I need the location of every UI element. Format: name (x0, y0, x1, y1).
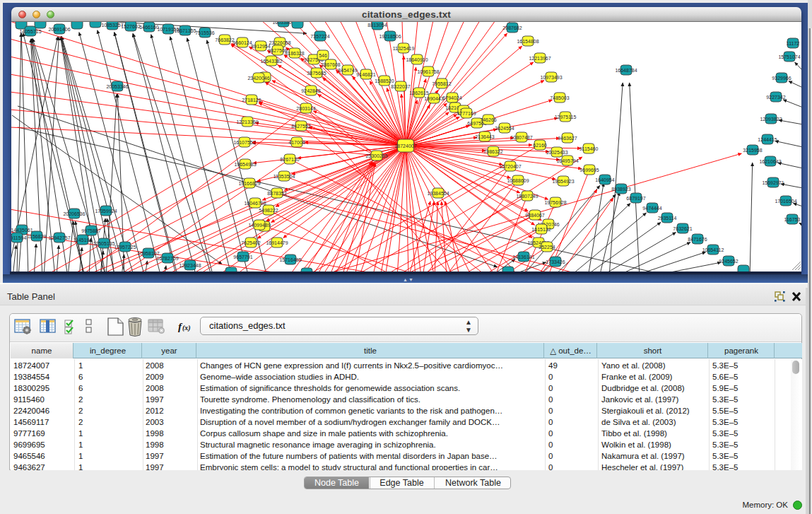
svg-text:16914479: 16914479 (266, 240, 288, 245)
svg-text:12942757: 12942757 (48, 235, 70, 240)
svg-text:8427552: 8427552 (291, 124, 310, 129)
svg-text:20206536: 20206536 (63, 211, 85, 216)
svg-text:16543382: 16543382 (260, 59, 282, 64)
svg-text:2935114: 2935114 (658, 216, 677, 221)
svg-text:8267130: 8267130 (280, 157, 299, 162)
svg-text:9777169: 9777169 (457, 111, 476, 116)
svg-text:5498222: 5498222 (259, 208, 278, 213)
svg-text:7625402: 7625402 (241, 240, 260, 245)
svg-text:1527602: 1527602 (121, 24, 140, 29)
svg-text:6466160: 6466160 (139, 25, 158, 30)
svg-text:12213967: 12213967 (529, 56, 551, 61)
svg-text:12975115: 12975115 (555, 115, 577, 119)
svg-text:7357224: 7357224 (310, 34, 329, 39)
svg-text:17016504: 17016504 (775, 199, 796, 204)
svg-text:9975887: 9975887 (81, 228, 100, 233)
svg-text:9146821: 9146821 (356, 72, 375, 77)
svg-text:11172: 11172 (787, 41, 800, 46)
svg-text:19654983: 19654983 (234, 162, 256, 167)
svg-text:8454749: 8454749 (338, 68, 357, 73)
svg-text:1588520: 1588520 (375, 78, 394, 83)
svg-text:12213369: 12213369 (236, 119, 258, 124)
svg-text:16782759: 16782759 (156, 256, 178, 261)
svg-text:9245652: 9245652 (719, 259, 738, 264)
svg-text:11325419: 11325419 (393, 46, 415, 51)
svg-text:3875685: 3875685 (307, 71, 326, 76)
svg-text:10853257: 10853257 (101, 23, 123, 28)
svg-text:9115460: 9115460 (579, 146, 599, 151)
svg-text:9242848: 9242848 (301, 88, 320, 93)
svg-text:10961758: 10961758 (417, 69, 439, 74)
svg-text:10807487: 10807487 (510, 135, 532, 140)
svg-text:9884067: 9884067 (525, 213, 544, 218)
svg-text:3624554: 3624554 (495, 126, 514, 131)
svg-text:14136141: 14136141 (512, 255, 534, 259)
svg-text:20053346: 20053346 (106, 84, 128, 89)
svg-text:3911594: 3911594 (11, 235, 26, 240)
svg-text:8813054: 8813054 (367, 23, 387, 28)
svg-text:1615132: 1615132 (531, 227, 551, 232)
svg-text:16107552: 16107552 (233, 140, 255, 145)
svg-text:15751074: 15751074 (778, 54, 800, 59)
svg-text:9463627: 9463627 (558, 136, 577, 141)
svg-text:19756928: 19756928 (544, 200, 566, 205)
svg-text:1145194: 1145194 (73, 238, 93, 243)
svg-text:1990443: 1990443 (424, 96, 443, 101)
svg-text:10958107: 10958107 (137, 251, 159, 256)
svg-text:9227342: 9227342 (766, 95, 785, 100)
svg-text:2803144: 2803144 (296, 106, 315, 111)
svg-text:10654112: 10654112 (702, 247, 724, 252)
svg-text:18807249: 18807249 (516, 194, 538, 199)
svg-text:19654923: 19654923 (552, 179, 574, 184)
svg-text:252254: 252254 (539, 245, 555, 250)
svg-text:19166829: 19166829 (238, 181, 260, 186)
svg-text:10025433: 10025433 (546, 150, 567, 155)
svg-text:12923448: 12923448 (179, 263, 201, 268)
svg-text:16648784: 16648784 (615, 68, 637, 73)
svg-text:7485003: 7485003 (550, 95, 569, 100)
svg-text:17359924: 17359924 (95, 209, 117, 214)
svg-text:62160: 62160 (533, 143, 547, 148)
svg-text:1362615: 1362615 (409, 90, 428, 95)
svg-text:8938923: 8938923 (611, 187, 630, 192)
svg-text:1244415: 1244415 (758, 137, 777, 142)
svg-text:8322037: 8322037 (391, 84, 410, 89)
svg-text:8186328: 8186328 (285, 51, 304, 56)
svg-text:14435061: 14435061 (11, 228, 33, 233)
svg-text:9660124: 9660124 (233, 40, 252, 45)
svg-text:1156829: 1156829 (28, 234, 47, 239)
svg-text:2867608: 2867608 (321, 62, 340, 67)
svg-text:9329966: 9329966 (772, 76, 791, 81)
svg-text:14099489: 14099489 (248, 223, 270, 228)
svg-text:116753: 116753 (784, 217, 801, 222)
svg-text:19384554: 19384554 (427, 191, 449, 196)
svg-text:18724007: 18724007 (394, 144, 416, 148)
svg-text:23226058: 23226058 (269, 40, 290, 45)
svg-text:1733426: 1733426 (546, 259, 565, 264)
svg-text:8878352: 8878352 (267, 191, 286, 196)
svg-text:746266: 746266 (480, 117, 496, 122)
svg-text:1640954: 1640954 (595, 177, 614, 182)
svg-text:15716485: 15716485 (279, 257, 301, 262)
svg-text:25300285: 25300285 (365, 153, 387, 158)
svg-text:19218506: 19218506 (379, 34, 401, 39)
svg-text:9657791: 9657791 (233, 255, 252, 259)
svg-text:7986322: 7986322 (483, 149, 502, 154)
svg-text:10688609: 10688609 (507, 178, 529, 183)
svg-text:7663822: 7663822 (215, 37, 234, 42)
svg-text:7632621: 7632621 (673, 226, 692, 231)
svg-text:2718126: 2718126 (242, 98, 261, 103)
svg-text:8471676: 8471676 (688, 237, 707, 242)
svg-text:15692971: 15692971 (762, 180, 784, 185)
svg-text:15720407: 15720407 (499, 164, 521, 169)
svg-text:16495794: 16495794 (556, 158, 578, 163)
svg-text:20691406: 20691406 (48, 27, 70, 32)
svg-text:546: 546 (319, 53, 327, 58)
svg-text:17957225: 17957225 (114, 245, 136, 250)
svg-text:11353504: 11353504 (273, 174, 295, 179)
svg-text:16210643: 16210643 (759, 159, 781, 164)
svg-text:6794024: 6794024 (442, 95, 461, 100)
svg-text:12505135: 12505135 (93, 241, 114, 246)
svg-text:7515536: 7515536 (195, 30, 214, 35)
svg-text:16046798: 16046798 (244, 201, 266, 206)
